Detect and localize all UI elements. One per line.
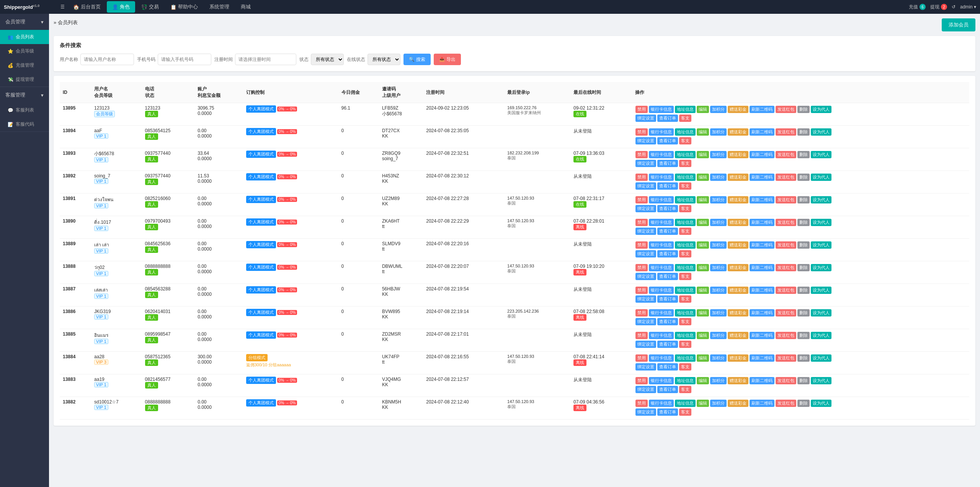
bank-info-button[interactable]: 银行卡信息: [649, 354, 674, 362]
nav-role[interactable]: 👤 角色: [107, 1, 135, 13]
address-info-button[interactable]: 地址信息: [675, 151, 696, 158]
send-red-button[interactable]: 发送红包: [776, 151, 796, 158]
ban-button[interactable]: 禁用: [635, 332, 648, 339]
edit-button[interactable]: 编辑: [697, 196, 709, 203]
send-red-button[interactable]: 发送红包: [776, 174, 796, 181]
bind-settings-button[interactable]: 绑定设置: [635, 295, 656, 303]
send-red-button[interactable]: 发送红包: [776, 241, 796, 249]
ban-button[interactable]: 禁用: [635, 377, 648, 384]
add-points-button[interactable]: 加积分: [710, 174, 727, 181]
sidebar-item-member-level[interactable]: ⭐ 会员等级: [0, 44, 49, 58]
view-orders-button[interactable]: 查看订单: [657, 137, 678, 144]
set-agent-button[interactable]: 设为代人: [811, 264, 831, 271]
transfer-button[interactable]: 客支: [679, 273, 691, 280]
bank-info-button[interactable]: 银行卡信息: [649, 128, 674, 136]
send-prize-button[interactable]: 赠送彩金: [728, 264, 748, 271]
sidebar-group-service-header[interactable]: 客服管理 ▾: [0, 87, 49, 103]
set-agent-button[interactable]: 设为代人: [811, 241, 831, 249]
ban-button[interactable]: 禁用: [635, 151, 648, 158]
send-red-button[interactable]: 发送红包: [776, 196, 796, 203]
edit-button[interactable]: 编辑: [697, 174, 709, 181]
send-red-button[interactable]: 发送红包: [776, 264, 796, 271]
refresh-qr-button[interactable]: 刷新二维码: [750, 400, 774, 407]
bank-info-button[interactable]: 银行卡信息: [649, 241, 674, 249]
edit-button[interactable]: 编辑: [697, 400, 709, 407]
send-red-button[interactable]: 发送红包: [776, 106, 796, 113]
transfer-button[interactable]: 客支: [679, 160, 691, 167]
address-info-button[interactable]: 地址信息: [675, 241, 696, 249]
transfer-button[interactable]: 客支: [679, 341, 691, 348]
send-red-button[interactable]: 发送红包: [776, 309, 796, 316]
bank-info-button[interactable]: 银行卡信息: [649, 196, 674, 203]
edit-button[interactable]: 编辑: [697, 151, 709, 158]
address-info-button[interactable]: 地址信息: [675, 128, 696, 136]
edit-button[interactable]: 编辑: [697, 332, 709, 339]
add-points-button[interactable]: 加积分: [710, 354, 727, 362]
sidebar-item-member-list[interactable]: 👥 会员列表: [0, 30, 49, 44]
delete-button[interactable]: 删除: [797, 400, 810, 407]
add-points-button[interactable]: 加积分: [710, 264, 727, 271]
delete-button[interactable]: 删除: [797, 377, 810, 384]
address-info-button[interactable]: 地址信息: [675, 309, 696, 316]
transfer-button[interactable]: 客支: [679, 182, 691, 190]
address-info-button[interactable]: 地址信息: [675, 219, 696, 226]
bind-settings-button[interactable]: 绑定设置: [635, 318, 656, 325]
nav-system[interactable]: 系统管理: [204, 1, 235, 13]
refresh-qr-button[interactable]: 刷新二维码: [750, 287, 774, 294]
add-points-button[interactable]: 加积分: [710, 287, 727, 294]
delete-button[interactable]: 删除: [797, 241, 810, 249]
send-red-button[interactable]: 发送红包: [776, 332, 796, 339]
view-orders-button[interactable]: 查看订单: [657, 182, 678, 190]
add-points-button[interactable]: 加积分: [710, 309, 727, 316]
refresh-qr-button[interactable]: 刷新二维码: [750, 332, 774, 339]
set-agent-button[interactable]: 设为代人: [811, 219, 831, 226]
transfer-button[interactable]: 客支: [679, 137, 691, 144]
add-points-button[interactable]: 加积分: [710, 128, 727, 136]
set-agent-button[interactable]: 设为代人: [811, 106, 831, 113]
set-agent-button[interactable]: 设为代人: [811, 128, 831, 136]
bank-info-button[interactable]: 银行卡信息: [649, 309, 674, 316]
set-agent-button[interactable]: 设为代人: [811, 400, 831, 407]
status-select[interactable]: 所有状态: [311, 54, 344, 65]
transfer-button[interactable]: 客支: [679, 318, 691, 325]
address-info-button[interactable]: 地址信息: [675, 400, 696, 407]
add-points-button[interactable]: 加积分: [710, 106, 727, 113]
ban-button[interactable]: 禁用: [635, 196, 648, 203]
set-agent-button[interactable]: 设为代人: [811, 151, 831, 158]
address-info-button[interactable]: 地址信息: [675, 264, 696, 271]
delete-button[interactable]: 删除: [797, 128, 810, 136]
search-button[interactable]: 🔍 搜索: [403, 54, 431, 65]
refresh-qr-button[interactable]: 刷新二维码: [750, 241, 774, 249]
add-points-button[interactable]: 加积分: [710, 219, 727, 226]
send-prize-button[interactable]: 赠送彩金: [728, 354, 748, 362]
add-points-button[interactable]: 加积分: [710, 377, 727, 384]
phone-input[interactable]: [158, 54, 211, 65]
send-prize-button[interactable]: 赠送彩金: [728, 219, 748, 226]
view-orders-button[interactable]: 查看订单: [657, 160, 678, 167]
refresh-qr-button[interactable]: 刷新二维码: [750, 219, 774, 226]
address-info-button[interactable]: 地址信息: [675, 174, 696, 181]
reg-time-input[interactable]: [235, 54, 296, 65]
ban-button[interactable]: 禁用: [635, 354, 648, 362]
ban-button[interactable]: 禁用: [635, 128, 648, 136]
refresh-qr-button[interactable]: 刷新二维码: [750, 377, 774, 384]
user-menu[interactable]: admin ▾: [960, 4, 976, 10]
ban-button[interactable]: 禁用: [635, 241, 648, 249]
add-points-button[interactable]: 加积分: [710, 196, 727, 203]
view-orders-button[interactable]: 查看订单: [657, 205, 678, 212]
send-prize-button[interactable]: 赠送彩金: [728, 151, 748, 158]
send-red-button[interactable]: 发送红包: [776, 128, 796, 136]
send-red-button[interactable]: 发送红包: [776, 400, 796, 407]
set-agent-button[interactable]: 设为代人: [811, 287, 831, 294]
set-agent-button[interactable]: 设为代人: [811, 196, 831, 203]
sidebar-item-withdraw-management[interactable]: 💸 提现管理: [0, 72, 49, 87]
nav-transaction[interactable]: 💱 交易: [136, 1, 164, 13]
delete-button[interactable]: 删除: [797, 196, 810, 203]
ban-button[interactable]: 禁用: [635, 264, 648, 271]
bank-info-button[interactable]: 银行卡信息: [649, 377, 674, 384]
address-info-button[interactable]: 地址信息: [675, 196, 696, 203]
address-info-button[interactable]: 地址信息: [675, 354, 696, 362]
view-orders-button[interactable]: 查看订单: [657, 273, 678, 280]
add-points-button[interactable]: 加积分: [710, 332, 727, 339]
ban-button[interactable]: 禁用: [635, 309, 648, 316]
